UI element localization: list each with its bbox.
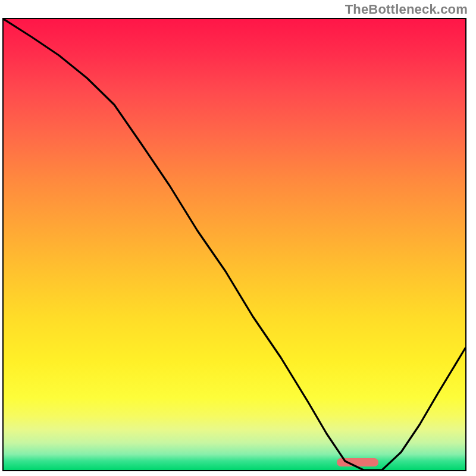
watermark-text: TheBottleneck.com [345,2,468,17]
chart-stage: TheBottleneck.com [0,0,476,476]
plot-area [2,18,466,471]
bottleneck-curve [4,19,465,470]
